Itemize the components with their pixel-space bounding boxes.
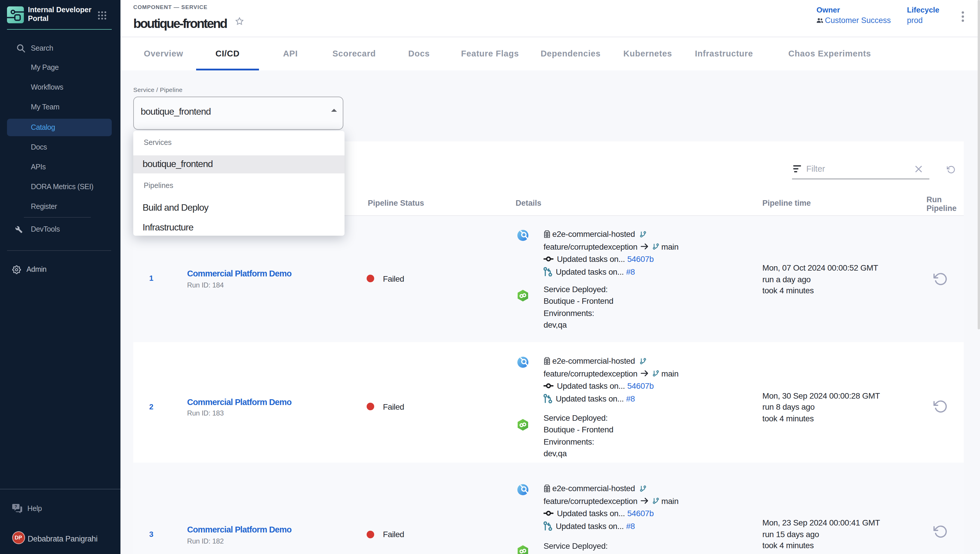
svg-text:?: ?: [14, 504, 17, 509]
